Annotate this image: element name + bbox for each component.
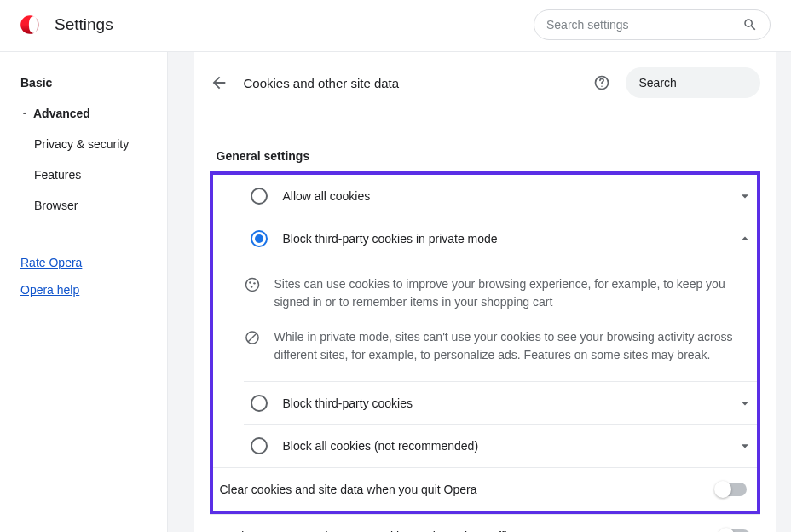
chevron-down-icon[interactable] — [736, 437, 753, 454]
radio-block-third[interactable] — [251, 395, 268, 412]
rate-opera-link[interactable]: Rate Opera — [20, 256, 167, 269]
svg-point-3 — [249, 281, 251, 284]
cookie-icon — [244, 276, 261, 293]
toggle-clear-on-quit[interactable] — [716, 483, 747, 496]
back-arrow-icon[interactable] — [210, 73, 228, 92]
radio-allow-all[interactable] — [251, 188, 268, 205]
setting-do-not-track: Send a "Do Not Track" request with your … — [210, 515, 760, 532]
page-search-input[interactable] — [639, 76, 788, 90]
sidebar-advanced[interactable]: Advanced — [20, 107, 167, 120]
separator — [719, 390, 719, 416]
content-header: Cookies and other site data — [210, 67, 760, 98]
detail-text: Sites can use cookies to improve your br… — [274, 275, 747, 311]
option-block-third[interactable]: Block third-party cookies — [244, 382, 757, 425]
option-label: Block third-party cookies in private mod… — [283, 232, 719, 246]
separator — [719, 433, 719, 459]
opera-help-link[interactable]: Opera help — [20, 283, 167, 297]
svg-point-5 — [250, 286, 252, 288]
help-icon[interactable] — [593, 74, 610, 91]
chevron-down-icon[interactable] — [736, 395, 753, 412]
option-block-all[interactable]: Block all cookies (not recommended) — [244, 425, 757, 467]
header-left: Settings — [19, 14, 113, 36]
svg-point-4 — [253, 282, 255, 284]
search-icon — [742, 17, 758, 32]
option-block-third-private[interactable]: Block third-party cookies in private mod… — [244, 217, 757, 260]
chevron-down-icon[interactable] — [736, 188, 753, 205]
page-title: Cookies and other site data — [244, 76, 578, 90]
sidebar-item-browser[interactable]: Browser — [20, 199, 167, 212]
global-search[interactable] — [534, 9, 771, 40]
section-title: General settings — [210, 149, 760, 163]
detail-row: While in private mode, sites can't use y… — [244, 328, 747, 364]
opera-logo-icon — [19, 14, 41, 36]
caret-up-icon — [20, 109, 29, 118]
content-outer: Cookies and other site data General sett… — [168, 52, 791, 532]
svg-line-7 — [248, 333, 257, 342]
sidebar-item-features[interactable]: Features — [20, 168, 167, 182]
settings-area: Allow all cookies Block third-party cook… — [210, 171, 760, 532]
radio-block-all[interactable] — [251, 437, 268, 454]
option-label: Block third-party cookies — [283, 396, 719, 410]
sidebar: Basic Advanced Privacy & security Featur… — [0, 52, 168, 532]
sidebar-item-privacy[interactable]: Privacy & security — [20, 137, 167, 151]
page-search[interactable] — [626, 67, 760, 98]
option-allow-all[interactable]: Allow all cookies — [244, 175, 757, 217]
detail-text: While in private mode, sites can't use y… — [274, 328, 747, 364]
detail-row: Sites can use cookies to improve your br… — [244, 275, 747, 311]
chevron-up-icon[interactable] — [736, 230, 753, 247]
separator — [719, 226, 719, 252]
setting-clear-on-quit: Clear cookies and site data when you qui… — [213, 468, 757, 511]
block-icon — [244, 329, 261, 346]
main-layout: Basic Advanced Privacy & security Featur… — [0, 52, 791, 532]
svg-point-1 — [601, 85, 603, 87]
separator — [719, 183, 719, 209]
sidebar-divider — [20, 229, 167, 230]
content-panel: Cookies and other site data General sett… — [194, 52, 776, 532]
highlight-box: Allow all cookies Block third-party cook… — [210, 171, 760, 514]
option-details: Sites can use cookies to improve your br… — [244, 260, 757, 382]
option-label: Allow all cookies — [283, 189, 719, 203]
app-header: Settings — [0, 0, 791, 52]
radio-block-third-private[interactable] — [251, 230, 268, 247]
setting-label: Clear cookies and site data when you qui… — [220, 483, 716, 496]
svg-point-2 — [245, 279, 258, 292]
app-title: Settings — [55, 15, 113, 34]
sidebar-basic[interactable]: Basic — [20, 76, 167, 90]
option-label: Block all cookies (not recommended) — [283, 439, 719, 453]
global-search-input[interactable] — [546, 18, 742, 32]
